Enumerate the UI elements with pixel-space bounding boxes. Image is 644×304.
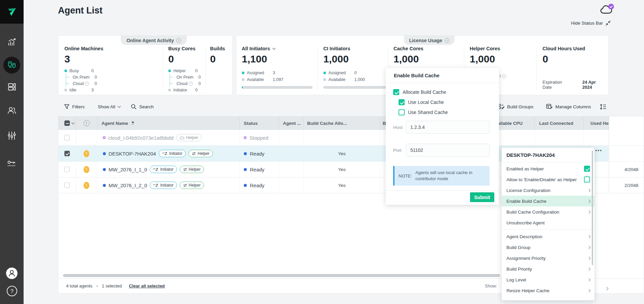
sidebar-item-dashboard[interactable] (0, 38, 24, 47)
sidebar-item-settings[interactable] (0, 131, 24, 140)
menu-item-resize-helper-cache[interactable]: Resize Helper Cache (502, 285, 594, 296)
stat-row: Helper 0 (168, 67, 205, 74)
manage-columns-button[interactable]: Manage Columns (546, 103, 591, 110)
row-checkbox[interactable] (64, 167, 70, 172)
build-groups-button[interactable]: Build Groups (498, 103, 533, 110)
hide-status-bar-label: Hide Status Bar (571, 21, 603, 26)
checkbox-checked[interactable] (393, 89, 399, 95)
menu-item-build-cache-configuration[interactable]: Build Cache Configuration (502, 206, 594, 217)
help-question-icon[interactable]: ? (176, 38, 181, 43)
sidebar-item-agents-active[interactable] (0, 57, 24, 74)
checkbox-checked[interactable] (399, 99, 405, 105)
use-local-cache-option[interactable]: Use Local Cache (399, 97, 499, 107)
pagination-next-icon[interactable] (606, 285, 608, 291)
chevron-down-icon[interactable] (272, 47, 275, 50)
separator-dot (96, 285, 98, 287)
column-header-used-helper: Used He (584, 116, 609, 130)
clear-all-selected-link[interactable]: Clear all selected (129, 283, 165, 288)
checkbox-checked[interactable] (584, 166, 590, 172)
stat-value: 3 (64, 53, 159, 65)
sidebar-item-license[interactable] (0, 159, 24, 168)
menu-item-enable-build-cache[interactable]: Enable Build Cache (502, 196, 594, 206)
warning-icon[interactable]: ! (84, 166, 89, 173)
menu-item-license-configuration[interactable]: License Configuration (502, 185, 594, 196)
ready-status-dot (244, 152, 247, 155)
agent-name[interactable]: DESKTOP-7HAK204 (109, 151, 156, 157)
stat-value: 0 (543, 53, 607, 65)
sort-control[interactable] (131, 121, 134, 125)
row-density-icon (599, 104, 606, 110)
sidebar-item-builds[interactable] (0, 82, 24, 91)
info-icon[interactable]: i (502, 74, 506, 78)
help-icon[interactable]: ? (0, 285, 24, 297)
stat-row: Assigned 3 (242, 70, 313, 76)
use-local-cache-label: Use Local Cache (408, 100, 444, 105)
status-label: Ready (250, 167, 264, 172)
ci-initiators-stat: CI Initiators 1,000 Assigned 0 Available… (323, 46, 387, 89)
stat-title: CI Initiators (323, 46, 387, 51)
submit-button[interactable]: Submit (470, 192, 494, 202)
stat-row: Assigned 0 (323, 70, 387, 76)
row-checkbox[interactable] (64, 135, 70, 140)
menu-item-build-priority[interactable]: Build Priority (502, 264, 594, 274)
menu-item-assignment-priority[interactable]: Assignment Priority (502, 253, 594, 264)
initiator-icon (162, 152, 168, 155)
stat-title: Online Machines (64, 46, 159, 51)
menu-item-enabled-as-helper[interactable]: Enabled as Helper (502, 163, 594, 174)
info-icon[interactable]: i (189, 82, 193, 86)
use-shared-cache-option[interactable]: Use Shared Cache (399, 107, 499, 117)
host-input[interactable] (406, 121, 490, 134)
row-actions-menu-icon[interactable] (595, 150, 602, 151)
note-label: NOTE: (399, 173, 412, 178)
menu-scrollbar[interactable] (592, 150, 593, 265)
show-all-dropdown[interactable]: Show All (98, 103, 120, 110)
menu-item-allow-enable-disable[interactable]: Allow to 'Enable/Disable' as Helper (502, 174, 594, 185)
select-all-checkbox[interactable] (64, 120, 70, 126)
helper-cores-partial-label: l i (500, 74, 506, 79)
agent-name[interactable]: MW_2076_I_2_0 (109, 183, 147, 188)
allocate-build-cache-option[interactable]: Allocate Build Cache (393, 87, 499, 97)
warning-column-header: ! (76, 116, 97, 130)
menu-item-unsubscribe-agent[interactable]: Unsubscribe Agent (502, 217, 594, 228)
chevron-right-icon (587, 289, 591, 292)
port-input[interactable] (406, 144, 490, 157)
chevron-right-icon (587, 199, 591, 203)
user-avatar[interactable] (0, 267, 24, 279)
row-checkbox-checked[interactable] (64, 151, 70, 156)
checkbox-unchecked[interactable] (584, 176, 590, 183)
initiator-dot (168, 89, 171, 91)
builds-stat: Builds 0 (210, 46, 225, 65)
usage-bar (242, 86, 313, 89)
column-header-build-cache: Build Cache Allo... (304, 116, 380, 130)
app-logo-icon[interactable] (0, 0, 24, 24)
horizontal-scrollbar[interactable] (63, 274, 500, 277)
agent-name[interactable]: cloud_i-04b92c073e1a8bbdd (108, 135, 174, 141)
menu-item-build-group[interactable]: Build Group (502, 242, 594, 253)
row-density-button[interactable] (599, 103, 606, 110)
stat-value: 1,000 (470, 53, 500, 65)
agent-name[interactable]: MW_2076_I_1_0 (109, 167, 147, 172)
warning-icon[interactable]: ! (84, 150, 89, 157)
chevron-right-icon (587, 267, 591, 271)
cloud-connection-icon[interactable] (599, 3, 615, 18)
filters-button[interactable]: Filters (64, 103, 85, 110)
menu-item-log-level[interactable]: Log Level (502, 274, 594, 285)
row-checkbox[interactable] (64, 183, 70, 188)
info-icon[interactable]: i (85, 82, 89, 86)
sidebar-item-users[interactable] (0, 106, 24, 115)
note-box: NOTE: Agents will use local cache in con… (393, 166, 490, 186)
search-button[interactable]: Search (131, 103, 154, 110)
menu-item-agent-description[interactable]: Agent Description (502, 231, 594, 242)
usage-bar (323, 86, 386, 89)
status-label: Stopped (250, 135, 268, 141)
table-row[interactable]: cloud_i-04b92c073e1a8bbdd Helper Stopped (58, 130, 644, 146)
total-agents-label: 4 total agents (66, 283, 92, 288)
show-label: Show: (485, 283, 497, 288)
help-question-icon[interactable]: ? (445, 38, 449, 43)
chevron-down-icon[interactable] (71, 121, 75, 125)
checkbox-unchecked[interactable] (399, 109, 405, 115)
busy-dot (64, 70, 67, 72)
hide-status-bar-button[interactable]: Hide Status Bar (553, 20, 611, 26)
warning-icon[interactable]: ! (84, 182, 89, 189)
column-header-agent-name[interactable]: Agent Name (97, 116, 240, 130)
